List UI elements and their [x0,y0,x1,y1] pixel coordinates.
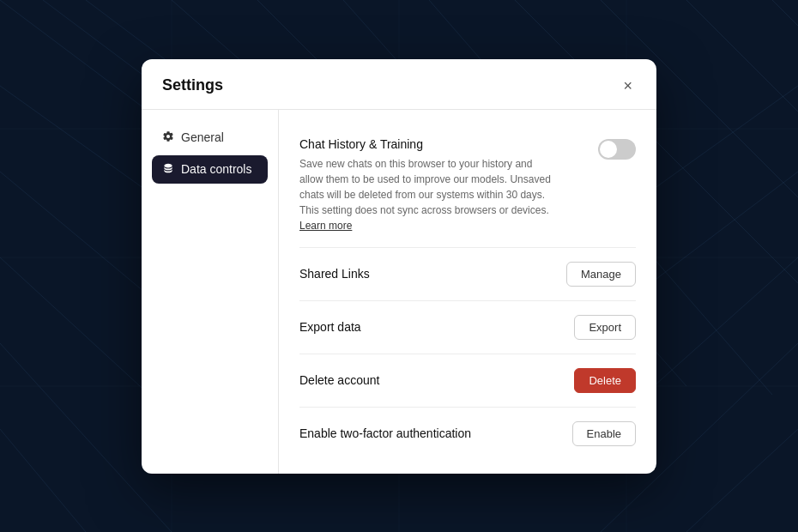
svg-line-20 [686,429,798,532]
sidebar-item-general[interactable]: General [152,124,268,152]
export-button[interactable]: Export [574,315,636,340]
enable-button[interactable]: Enable [572,421,636,446]
delete-button[interactable]: Delete [574,368,636,393]
learn-more-link[interactable]: Learn more [299,220,352,232]
setting-row-shared-links: Shared Links Manage [299,248,636,301]
svg-line-10 [772,0,798,26]
setting-row-delete-account: Delete account Delete [299,354,636,408]
database-icon [162,162,174,177]
settings-modal: Settings × General Data controls [142,59,656,474]
settings-content: Chat History & Training Save new chats o… [279,110,656,474]
chat-history-toggle[interactable] [598,139,636,160]
modal-header: Settings × [142,59,656,110]
modal-body: General Data controls Chat History & Tra… [142,110,656,474]
delete-account-label: Delete account [299,373,379,387]
svg-line-15 [0,429,86,532]
close-button[interactable]: × [620,76,636,95]
gear-icon [162,130,174,145]
setting-row-export-data: Export data Export [299,301,636,354]
setting-row-two-factor: Enable two-factor authentication Enable [299,408,636,460]
two-factor-label: Enable two-factor authentication [299,426,471,440]
chat-history-description: Save new chats on this browser to your h… [299,156,557,233]
chat-history-label: Chat History & Training [299,137,557,151]
settings-sidebar: General Data controls [142,110,279,474]
svg-line-9 [686,0,798,112]
modal-title: Settings [162,76,223,94]
export-data-label: Export data [299,320,361,334]
sidebar-general-label: General [181,130,224,144]
sidebar-data-controls-label: Data controls [181,162,251,176]
sidebar-item-data-controls[interactable]: Data controls [152,155,268,184]
shared-links-label: Shared Links [299,267,370,281]
manage-button[interactable]: Manage [566,262,636,287]
setting-row-chat-history: Chat History & Training Save new chats o… [299,124,636,248]
setting-chat-history-text: Chat History & Training Save new chats o… [299,137,557,233]
